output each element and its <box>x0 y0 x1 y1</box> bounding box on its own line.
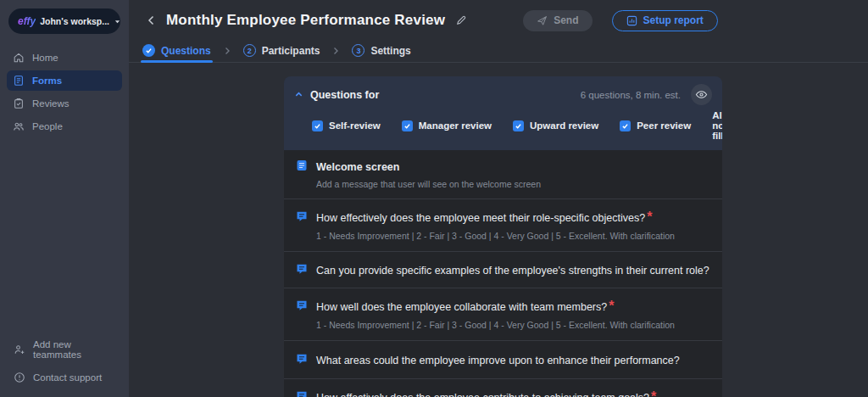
rating-scale-subtitle: 1 - Needs Improvement | 2 - Fair | 3 - G… <box>316 320 675 330</box>
form-header: Monthly Employee Performance Review Send… <box>129 0 868 39</box>
add-new-teammates-link[interactable]: Add new teammates <box>14 339 115 360</box>
chevron-right-icon <box>332 47 339 55</box>
checkbox-label: Manager review <box>419 120 492 131</box>
home-icon <box>13 52 25 64</box>
chat-bubble-icon <box>296 299 308 311</box>
footer-item-label: Add new teammates <box>33 339 115 360</box>
setup-report-label: Setup report <box>643 14 704 26</box>
chat-bubble-icon <box>296 210 308 222</box>
clipboard-icon <box>13 98 25 109</box>
report-icon <box>626 15 637 26</box>
allow-not-to-fill-label: Allow not to fill in <box>712 110 722 141</box>
question-title: What areas could the employee improve up… <box>316 355 680 366</box>
setup-report-button[interactable]: Setup report <box>612 10 718 31</box>
main-area: Monthly Employee Performance Review Send… <box>129 0 868 397</box>
preview-eye-button[interactable] <box>691 84 712 105</box>
send-rocket-icon <box>537 15 548 26</box>
sidebar-item-label: Reviews <box>32 98 69 109</box>
question-title: How effectively does the employee contri… <box>316 392 649 397</box>
caret-down-icon <box>114 18 121 25</box>
question-row-rating[interactable]: How effectively does the employee contri… <box>284 379 722 397</box>
question-title: Welcome screen <box>316 161 399 173</box>
sidebar-item-label: People <box>32 121 63 131</box>
question-row-welcome-screen[interactable]: Welcome screen Add a message that user w… <box>284 150 722 199</box>
checkbox-checked-icon <box>402 120 413 131</box>
required-asterisk: * <box>609 299 614 313</box>
page-title: Monthly Employee Performance Review <box>166 12 445 29</box>
person-add-icon <box>14 344 25 355</box>
sidebar-footer: Add new teammates Contact support <box>0 339 129 383</box>
sidebar-item-home[interactable]: Home <box>7 48 122 68</box>
tab-label: Settings <box>370 45 410 57</box>
welcome-document-icon <box>296 159 308 171</box>
chat-bubble-icon <box>296 353 308 365</box>
sidebar-item-people[interactable]: People <box>7 116 122 137</box>
sidebar-item-label: Forms <box>32 75 62 86</box>
send-button[interactable]: Send <box>523 10 592 31</box>
step-number: 3 <box>352 44 364 57</box>
forms-icon <box>13 75 25 87</box>
checkbox-checked-icon <box>312 120 323 131</box>
collapse-chevron-up-icon[interactable] <box>294 90 303 99</box>
tab-settings[interactable]: 3 Settings <box>352 39 410 62</box>
tab-label: Questions <box>161 45 211 57</box>
sidebar-nav: Home Forms Reviews People <box>0 48 129 137</box>
eye-icon <box>695 88 708 101</box>
chevron-right-icon <box>224 47 231 55</box>
people-icon <box>13 120 25 132</box>
checkbox-label: Self-review <box>329 120 381 131</box>
alert-circle-icon <box>14 372 25 383</box>
question-subtitle: Add a message that user will see on the … <box>316 179 541 189</box>
required-asterisk: * <box>651 389 656 397</box>
panel-title: Questions for <box>310 89 379 101</box>
tab-label: Participants <box>262 45 320 57</box>
workspace-name: John's worksp... <box>40 16 109 26</box>
question-title: How well does the employee collaborate w… <box>316 301 607 313</box>
allow-not-to-fill-group: Allow not to fill in <box>712 110 722 141</box>
sidebar-item-label: Home <box>32 53 58 63</box>
sidebar: effy John's worksp... Home Forms <box>0 0 129 397</box>
check-circle-icon <box>142 44 155 57</box>
questions-panel: Questions for 6 questions, 8 min. est. S… <box>284 76 722 397</box>
footer-item-label: Contact support <box>33 372 102 383</box>
checkbox-checked-icon <box>513 120 524 131</box>
checkbox-label: Upward review <box>530 120 598 131</box>
questions-list: Welcome screen Add a message that user w… <box>284 150 722 397</box>
chat-bubble-icon <box>296 390 308 397</box>
question-row-open-text[interactable]: What areas could the employee improve up… <box>284 341 722 379</box>
question-row-rating[interactable]: How well does the employee collaborate w… <box>284 288 722 341</box>
workspace-switcher[interactable]: effy John's worksp... <box>8 8 120 34</box>
audience-checkbox-peer-review[interactable]: Peer review <box>620 120 691 131</box>
required-asterisk: * <box>647 210 652 224</box>
step-tabs: Questions 2 Participants 3 Settings <box>129 39 868 63</box>
audience-checkbox-self-review[interactable]: Self-review <box>312 120 381 131</box>
back-arrow-icon[interactable] <box>144 14 158 27</box>
checkbox-checked-icon <box>620 120 631 131</box>
step-number: 2 <box>243 44 256 57</box>
audience-checkbox-upward-review[interactable]: Upward review <box>513 120 598 131</box>
rating-scale-subtitle: 1 - Needs Improvement | 2 - Fair | 3 - G… <box>316 231 675 241</box>
effy-logo: effy <box>18 15 36 27</box>
question-title: Can you provide specific examples of the… <box>316 265 709 277</box>
tab-participants[interactable]: 2 Participants <box>243 39 320 62</box>
send-button-label: Send <box>554 14 578 26</box>
chat-bubble-icon <box>296 263 308 275</box>
edit-pencil-icon[interactable] <box>455 14 467 26</box>
contact-support-link[interactable]: Contact support <box>14 372 115 383</box>
questions-meta: 6 questions, 8 min. est. <box>581 90 681 100</box>
sidebar-item-reviews[interactable]: Reviews <box>7 93 122 114</box>
questions-panel-header: Questions for 6 questions, 8 min. est. S… <box>284 76 722 150</box>
checkbox-label: Peer review <box>637 120 691 131</box>
question-title: How effectively does the employee meet t… <box>316 212 645 224</box>
question-row-rating[interactable]: How effectively does the employee meet t… <box>284 199 722 252</box>
app-window: effy John's worksp... Home Forms <box>0 0 868 397</box>
question-row-open-text[interactable]: Can you provide specific examples of the… <box>284 252 722 288</box>
sidebar-item-forms[interactable]: Forms <box>7 70 122 91</box>
tab-questions[interactable]: Questions <box>142 39 211 62</box>
audience-checkbox-manager-review[interactable]: Manager review <box>402 120 492 131</box>
